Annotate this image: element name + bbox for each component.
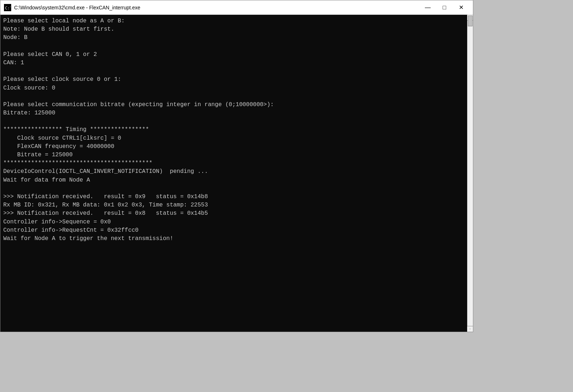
scrollbar-thumb[interactable] (468, 16, 473, 26)
scrollbar-arrow-down[interactable]: ▼ (467, 326, 473, 332)
console-line: FlexCAN frequency = 40000000 (3, 143, 470, 151)
console-line: Please select local node as A or B: (3, 17, 470, 25)
console-line: Note: Node B should start first. (3, 25, 470, 34)
console-line: Rx MB ID: 0x321, Rx MB data: 0x1 0x2 0x3… (3, 201, 470, 209)
window-controls: — □ ✕ (419, 2, 469, 13)
console-lines: Please select local node as A or B:Note:… (3, 17, 470, 243)
console-line: DeviceIoControl(IOCTL_CAN_INVERT_NOTIFIC… (3, 167, 470, 176)
svg-text:C:\: C:\ (5, 6, 10, 10)
console-line: Clock source: 0 (3, 84, 470, 92)
window-title: C:\Windows\system32\cmd.exe - FlexCAN_in… (14, 5, 419, 10)
console-line: ***************** Timing ***************… (3, 126, 470, 134)
console-line: >>> Notification received. result = 0x8 … (3, 209, 470, 218)
console-output: Please select local node as A or B:Note:… (0, 15, 473, 332)
console-line (3, 42, 470, 51)
console-line: ****************************************… (3, 159, 470, 167)
console-line (3, 92, 470, 101)
console-line: Wait for Node A to trigger the next tran… (3, 235, 470, 243)
maximize-button[interactable]: □ (436, 2, 453, 13)
console-line (3, 117, 470, 126)
console-line: Bitrate: 125000 (3, 109, 470, 117)
console-line: Please select communication bitrate (exp… (3, 101, 470, 109)
console-line: Node: B (3, 34, 470, 42)
title-bar: C:\ C:\Windows\system32\cmd.exe - FlexCA… (0, 0, 473, 15)
console-line: Controller info->Sequence = 0x0 (3, 218, 470, 226)
console-line: >>> Notification received. result = 0x9 … (3, 193, 470, 201)
console-line (3, 184, 470, 193)
cmd-icon: C:\ (4, 4, 11, 11)
console-line (3, 67, 470, 75)
console-line: Please select CAN 0, 1 or 2 (3, 51, 470, 59)
scrollbar[interactable]: ▲ ▼ (467, 15, 473, 332)
minimize-button[interactable]: — (419, 2, 436, 13)
console-line: Wait for data from Node A (3, 176, 470, 184)
console-line: Bitrate = 125000 (3, 151, 470, 159)
console-line: Please select clock source 0 or 1: (3, 75, 470, 84)
console-line: Controller info->RequestCnt = 0x32ffcc0 (3, 226, 470, 235)
close-button[interactable]: ✕ (453, 2, 469, 13)
cmd-window: C:\ C:\Windows\system32\cmd.exe - FlexCA… (0, 0, 473, 332)
console-line: CAN: 1 (3, 59, 470, 67)
console-line: Clock source CTRL1[clksrc] = 0 (3, 134, 470, 143)
